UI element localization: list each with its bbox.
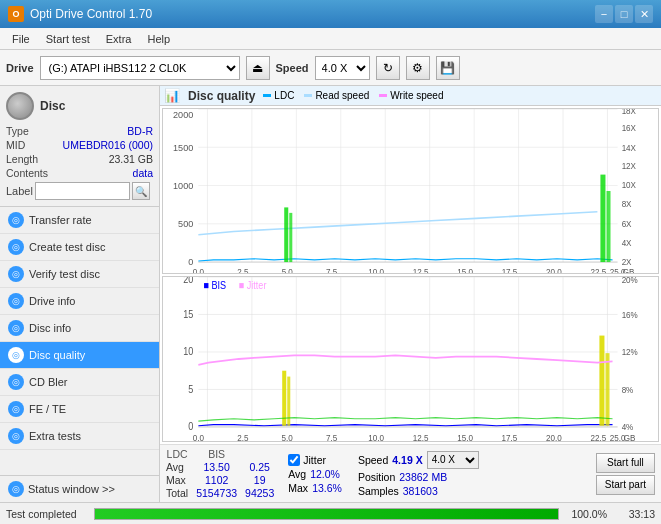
disc-contents-row: Contents data xyxy=(6,166,153,180)
status-window[interactable]: ◎ Status window >> xyxy=(0,475,159,502)
nav-cd-bler[interactable]: ◎ CD Bler xyxy=(0,369,159,396)
disc-mid-value: UMEBDR016 (000) xyxy=(63,139,153,151)
drive-select[interactable]: (G:) ATAPI iHBS112 2 CL0K xyxy=(40,56,240,80)
legend-write-speed: Write speed xyxy=(379,90,443,101)
nav-icon-verify-test-disc: ◎ xyxy=(8,266,24,282)
jitter-label: Jitter xyxy=(303,454,326,466)
nav-disc-info[interactable]: ◎ Disc info xyxy=(0,315,159,342)
svg-text:GB: GB xyxy=(624,432,636,441)
stats-avg-label: Avg xyxy=(166,461,188,473)
start-buttons: Start full Start part xyxy=(596,453,655,495)
start-part-button[interactable]: Start part xyxy=(596,475,655,495)
chart-icon: 📊 xyxy=(164,88,180,103)
stats-bis-total: 94253 xyxy=(245,487,274,499)
jitter-check-row: Jitter xyxy=(288,454,342,466)
svg-text:1500: 1500 xyxy=(173,141,193,152)
jitter-checkbox[interactable] xyxy=(288,454,300,466)
stats-ldc-header: LDC xyxy=(166,448,188,460)
jitter-max-val: 13.6% xyxy=(312,482,342,494)
legend-ldc: LDC xyxy=(263,90,294,101)
svg-text:20%: 20% xyxy=(622,277,638,285)
menu-extra[interactable]: Extra xyxy=(98,31,140,47)
menu-file[interactable]: File xyxy=(4,31,38,47)
stats-table: LDC BIS Avg 13.50 0.25 Max 1102 19 Total… xyxy=(166,448,274,499)
svg-text:8X: 8X xyxy=(622,199,632,209)
nav-label-transfer-rate: Transfer rate xyxy=(29,214,92,226)
position-val: 23862 MB xyxy=(399,471,447,483)
svg-text:8%: 8% xyxy=(622,384,634,395)
svg-text:2.5: 2.5 xyxy=(237,432,248,441)
app-icon: O xyxy=(8,6,24,22)
jitter-avg-val: 12.0% xyxy=(310,468,340,480)
legend-read-speed-label: Read speed xyxy=(315,90,369,101)
disc-mid-label: MID xyxy=(6,139,25,151)
maximize-button[interactable]: □ xyxy=(615,5,633,23)
stats-total-label: Total xyxy=(166,487,188,499)
svg-text:■ Jitter: ■ Jitter xyxy=(239,279,267,291)
nav-transfer-rate[interactable]: ◎ Transfer rate xyxy=(0,207,159,234)
samples-key: Samples xyxy=(358,485,399,497)
eject-button[interactable]: ⏏ xyxy=(246,56,270,80)
legend-write-speed-label: Write speed xyxy=(390,90,443,101)
disc-label-button[interactable]: 🔍 xyxy=(132,182,150,200)
nav-disc-quality[interactable]: ◎ Disc quality xyxy=(0,342,159,369)
samples-row: Samples 381603 xyxy=(358,485,479,497)
svg-rect-88 xyxy=(599,336,604,426)
close-button[interactable]: ✕ xyxy=(635,5,653,23)
speed-select[interactable]: 4.0 X xyxy=(315,56,370,80)
start-full-button[interactable]: Start full xyxy=(596,453,655,473)
position-key: Position xyxy=(358,471,395,483)
nav-extra-tests[interactable]: ◎ Extra tests xyxy=(0,423,159,450)
bottom-bar: Test completed 100.0% 33:13 xyxy=(0,502,661,524)
nav-label-fe-te: FE / TE xyxy=(29,403,66,415)
nav-create-test-disc[interactable]: ◎ Create test disc xyxy=(0,234,159,261)
svg-text:22.5: 22.5 xyxy=(591,267,607,273)
drive-label: Drive xyxy=(6,62,34,74)
svg-text:4X: 4X xyxy=(622,237,632,247)
nav-icon-drive-info: ◎ xyxy=(8,293,24,309)
save-button[interactable]: 💾 xyxy=(436,56,460,80)
disc-section: Disc Type BD-R MID UMEBDR016 (000) Lengt… xyxy=(0,86,159,207)
disc-icon xyxy=(6,92,34,120)
disc-label-input[interactable] xyxy=(35,182,130,200)
settings-button[interactable]: ⚙ xyxy=(406,56,430,80)
disc-length-value: 23.31 GB xyxy=(109,153,153,165)
svg-text:12.5: 12.5 xyxy=(413,267,429,273)
right-panel: 📊 Disc quality LDC Read speed Write spee… xyxy=(160,86,661,502)
svg-text:20.0: 20.0 xyxy=(546,432,562,441)
svg-text:5: 5 xyxy=(188,383,194,395)
svg-text:500: 500 xyxy=(178,218,193,229)
titlebar: O Opti Drive Control 1.70 − □ ✕ xyxy=(0,0,661,28)
menubar: File Start test Extra Help xyxy=(0,28,661,50)
chart-title-bar: 📊 Disc quality LDC Read speed Write spee… xyxy=(160,86,661,106)
nav-verify-test-disc[interactable]: ◎ Verify test disc xyxy=(0,261,159,288)
svg-text:15.0: 15.0 xyxy=(457,267,473,273)
chart-legend: LDC Read speed Write speed xyxy=(263,90,443,101)
svg-rect-0 xyxy=(163,109,658,273)
stats-ldc-max: 1102 xyxy=(196,474,237,486)
disc-length-label: Length xyxy=(6,153,38,165)
chart-ldc: 0 500 1000 1500 2000 2X 4X 6X 8X 10X 12X… xyxy=(162,108,659,274)
main-area: Disc Type BD-R MID UMEBDR016 (000) Lengt… xyxy=(0,86,661,502)
chart-bis: 0 5 10 15 20 4% 8% 12% 16% 20% 0.0 2.5 5… xyxy=(162,276,659,442)
disc-mid-row: MID UMEBDR016 (000) xyxy=(6,138,153,152)
status-text: Test completed xyxy=(6,508,86,520)
svg-text:16%: 16% xyxy=(622,309,638,320)
svg-text:20.0: 20.0 xyxy=(546,267,562,273)
nav-fe-te[interactable]: ◎ FE / TE xyxy=(0,396,159,423)
menu-start-test[interactable]: Start test xyxy=(38,31,98,47)
nav-label-create-test-disc: Create test disc xyxy=(29,241,105,253)
disc-type-row: Type BD-R xyxy=(6,124,153,138)
svg-text:0.0: 0.0 xyxy=(193,432,204,441)
disc-contents-label: Contents xyxy=(6,167,48,179)
disc-label-row: Label 🔍 xyxy=(6,182,153,200)
svg-text:1000: 1000 xyxy=(173,179,193,190)
stats-bar: LDC BIS Avg 13.50 0.25 Max 1102 19 Total… xyxy=(160,444,661,502)
stats-ldc-total: 5154733 xyxy=(196,487,237,499)
nav-drive-info[interactable]: ◎ Drive info xyxy=(0,288,159,315)
menu-help[interactable]: Help xyxy=(139,31,178,47)
refresh-button[interactable]: ↻ xyxy=(376,56,400,80)
disc-header: Disc xyxy=(6,92,153,120)
speed-dropdown[interactable]: 4.0 X xyxy=(427,451,479,469)
minimize-button[interactable]: − xyxy=(595,5,613,23)
